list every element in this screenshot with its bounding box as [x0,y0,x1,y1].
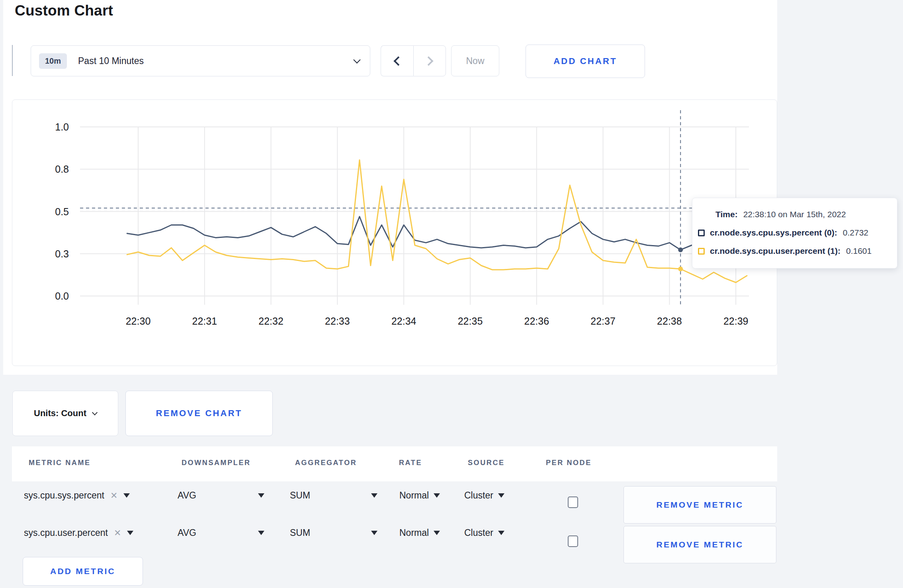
metric-name-select[interactable]: sys.cpu.user.percent [24,528,133,538]
page-title: Custom Chart [15,2,113,19]
svg-text:0.5: 0.5 [55,206,69,217]
now-button[interactable]: Now [451,45,499,76]
svg-text:22:31: 22:31 [192,315,217,327]
custom-chart-page: Custom Chart 10m Past 10 Minutes Now ADD… [0,0,903,588]
previous-timespan-button[interactable] [381,45,413,76]
dropdown-arrow-icon [258,531,264,535]
tooltip-sys-label: cr.node.sys.cpu.sys.percent (0): [710,228,837,238]
aggregator-value: SUM [290,490,310,501]
aggregator-value: SUM [290,528,310,538]
source-select[interactable]: Cluster [464,490,504,501]
time-window-dropdown[interactable]: 10m Past 10 Minutes [31,45,370,76]
metric-name-value: sys.cpu.user.percent [24,528,108,538]
line-chart[interactable]: 0.00.30.50.81.022:3022:3122:3222:3322:34… [12,100,778,366]
source-value: Cluster [464,528,493,538]
dropdown-arrow-icon [498,531,504,535]
svg-text:22:37: 22:37 [590,315,616,327]
dropdown-arrow-icon[interactable] [127,531,133,535]
chevron-left-icon [393,56,403,66]
chart-panel: 0.00.30.50.81.022:3022:3122:3222:3322:34… [12,99,777,366]
source-value: Cluster [464,490,493,501]
sys-series-swatch-icon [698,230,705,236]
metric-name-value: sys.cpu.sys.percent [24,490,104,501]
user-series-swatch-icon [698,248,705,255]
svg-text:22:32: 22:32 [258,315,283,327]
chart-tooltip: Time: 22:38:10 on Mar 15th, 2022 cr.node… [692,198,897,269]
svg-text:0.3: 0.3 [55,248,69,259]
svg-text:22:39: 22:39 [723,315,749,327]
remove-chart-button[interactable]: REMOVE CHART [125,391,273,436]
svg-text:1.0: 1.0 [55,121,69,132]
metric-name-select[interactable]: sys.cpu.sys.percent [24,490,130,501]
svg-text:0.8: 0.8 [55,164,69,175]
per-node-checkbox[interactable] [568,535,578,547]
chevron-down-icon [353,56,360,63]
downsampler-select[interactable]: AVG [178,490,264,501]
remove-metric-button[interactable]: REMOVE METRIC [624,526,776,563]
source-select[interactable]: Cluster [464,528,504,538]
svg-text:22:33: 22:33 [325,315,350,327]
time-window-label: Past 10 Minutes [78,56,144,66]
tooltip-sys-value: 0.2732 [843,228,868,238]
metrics-table-header: METRIC NAME DOWNSAMPLER AGGREGATOR RATE … [12,446,777,481]
svg-text:22:34: 22:34 [391,315,416,327]
dropdown-arrow-icon [371,493,377,498]
dropdown-arrow-icon [434,493,440,498]
add-metric-button[interactable]: ADD METRIC [23,557,143,586]
col-header-source: SOURCE [468,459,505,467]
dropdown-arrow-icon [434,531,440,535]
col-header-metric-name: METRIC NAME [29,459,91,467]
time-window-badge: 10m [39,53,67,69]
metric-row: sys.cpu.user.percent AVG SUM Normal Clus… [12,528,777,556]
remove-metric-button[interactable]: REMOVE METRIC [624,486,776,524]
rate-select[interactable]: Normal [399,490,440,501]
chevron-right-icon [424,56,433,66]
next-timespan-button[interactable] [413,45,446,76]
add-chart-button[interactable]: ADD CHART [526,45,645,78]
units-dropdown[interactable]: Units: Count [12,391,118,436]
rate-value: Normal [399,490,429,501]
col-header-downsampler: DOWNSAMPLER [182,459,251,467]
col-header-per-node: PER NODE [546,459,592,467]
downsampler-value: AVG [178,490,196,501]
aggregator-select[interactable]: SUM [290,528,377,538]
metric-row: sys.cpu.sys.percent AVG SUM Normal Clust… [12,490,777,519]
toolbar-divider [12,45,13,76]
clear-icon[interactable] [114,529,121,537]
time-nav-group [381,45,446,76]
col-header-rate: RATE [399,459,422,467]
dropdown-arrow-icon [498,493,504,498]
tooltip-user-label: cr.node.sys.cpu.user.percent (1): [710,246,840,256]
units-label: Units: Count [34,408,86,419]
col-header-aggregator: AGGREGATOR [295,459,357,467]
tooltip-user-value: 0.1601 [846,246,872,256]
aggregator-select[interactable]: SUM [290,490,377,501]
downsampler-select[interactable]: AVG [178,528,264,538]
tooltip-time-value: 22:38:10 on Mar 15th, 2022 [743,210,846,219]
dropdown-arrow-icon [371,531,377,535]
dropdown-arrow-icon [258,493,264,498]
svg-text:22:30: 22:30 [126,315,151,327]
chevron-down-icon [92,409,98,415]
svg-text:0.0: 0.0 [55,290,69,302]
rate-value: Normal [399,528,429,538]
svg-text:22:35: 22:35 [458,315,483,327]
downsampler-value: AVG [178,528,196,538]
rate-select[interactable]: Normal [399,528,440,538]
clear-icon[interactable] [110,491,117,500]
svg-text:22:36: 22:36 [524,315,549,327]
per-node-checkbox[interactable] [568,496,578,508]
svg-text:22:38: 22:38 [657,315,682,327]
tooltip-time-label: Time: [715,210,738,219]
dropdown-arrow-icon[interactable] [123,493,130,498]
